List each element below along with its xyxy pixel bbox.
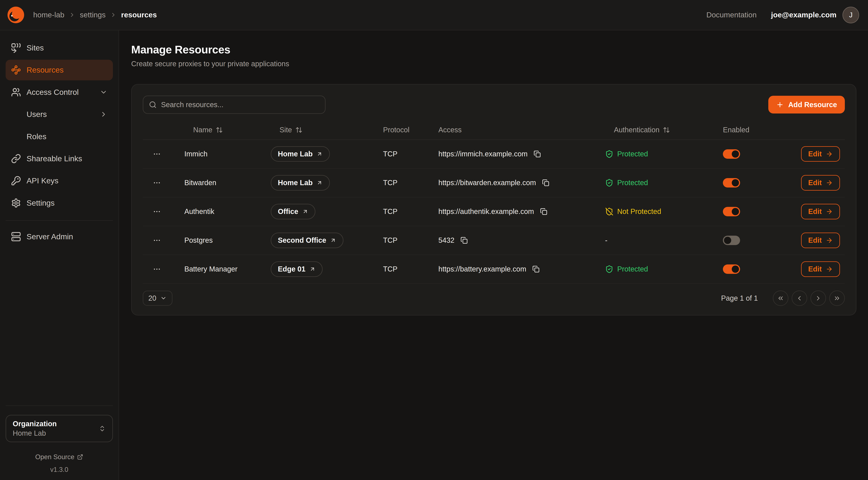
column-label: Authentication xyxy=(614,126,659,134)
enabled-toggle[interactable] xyxy=(723,178,740,187)
table-row: Postgres Second Office TCP 5432 - Edit xyxy=(143,226,845,255)
copy-icon xyxy=(461,237,468,244)
enabled-toggle[interactable] xyxy=(723,207,740,216)
top-bar: home-lab settings resources Documentatio… xyxy=(0,0,868,30)
table-row: Bitwarden Home Lab TCP https://bitwarden… xyxy=(143,169,845,198)
table-row: Immich Home Lab TCP https://immich.examp… xyxy=(143,140,845,169)
enabled-toggle[interactable] xyxy=(723,236,740,245)
open-source-link[interactable]: Open Source xyxy=(6,453,113,461)
sort-icon xyxy=(216,126,223,133)
sidebar-item-shareable-links[interactable]: Shareable Links xyxy=(6,148,113,169)
edit-button[interactable]: Edit xyxy=(801,175,840,190)
copy-button[interactable] xyxy=(531,264,541,274)
resource-protocol: TCP xyxy=(370,236,425,244)
resource-access-url: https://battery.example.com xyxy=(438,265,526,273)
sidebar-item-api-keys[interactable]: API Keys xyxy=(6,171,113,191)
next-page-button[interactable] xyxy=(810,291,826,306)
enabled-toggle[interactable] xyxy=(723,264,740,274)
edit-label: Edit xyxy=(808,179,822,187)
sidebar-item-sites[interactable]: Sites xyxy=(6,38,113,58)
resource-access-url: https://immich.example.com xyxy=(438,150,528,158)
sidebar-item-users[interactable]: Users xyxy=(6,104,113,124)
ellipsis-icon xyxy=(153,265,161,273)
copy-button[interactable] xyxy=(459,236,469,245)
sidebar-item-server-admin[interactable]: Server Admin xyxy=(6,227,113,247)
row-actions-menu-button[interactable] xyxy=(151,234,163,247)
previous-page-button[interactable] xyxy=(792,291,807,306)
first-page-button[interactable] xyxy=(773,291,788,306)
ellipsis-icon xyxy=(153,207,161,216)
search-input[interactable] xyxy=(161,101,319,109)
sidebar-item-settings[interactable]: Settings xyxy=(6,193,113,213)
documentation-link[interactable]: Documentation xyxy=(706,11,757,19)
resource-name: Authentik xyxy=(171,207,257,216)
row-actions-menu-button[interactable] xyxy=(151,177,163,189)
resource-name: Bitwarden xyxy=(171,179,257,187)
edit-button[interactable]: Edit xyxy=(801,146,840,162)
row-actions-menu-button[interactable] xyxy=(151,263,163,275)
copy-button[interactable] xyxy=(541,178,551,187)
sidebar-item-label: API Keys xyxy=(27,176,58,185)
avatar[interactable]: J xyxy=(842,7,859,23)
column-header-name[interactable]: Name xyxy=(171,126,257,134)
row-actions-menu-button[interactable] xyxy=(151,148,163,160)
org-selector-value: Home Lab xyxy=(13,429,98,437)
add-resource-button[interactable]: Add Resource xyxy=(768,96,845,114)
breadcrumb-org[interactable]: home-lab xyxy=(33,11,64,19)
sort-icon xyxy=(295,126,303,133)
ellipsis-icon xyxy=(153,236,161,244)
sidebar-item-label: Resources xyxy=(27,65,64,74)
last-page-button[interactable] xyxy=(829,291,845,306)
edit-label: Edit xyxy=(808,265,822,273)
copy-button[interactable] xyxy=(539,207,549,216)
enabled-toggle[interactable] xyxy=(723,149,740,159)
arrow-right-icon xyxy=(826,150,833,158)
auth-cell: - xyxy=(600,236,710,244)
site-link-badge[interactable]: Office xyxy=(271,204,315,219)
sidebar-item-resources[interactable]: Resources xyxy=(6,60,113,80)
edit-button[interactable]: Edit xyxy=(801,261,840,277)
column-header-authentication[interactable]: Authentication xyxy=(600,126,710,134)
copy-icon xyxy=(532,266,539,273)
arrow-right-icon xyxy=(826,179,833,186)
copy-icon xyxy=(534,150,541,158)
sort-icon xyxy=(663,126,670,133)
sidebar-item-roles[interactable]: Roles xyxy=(6,126,113,147)
column-header-enabled: Enabled xyxy=(710,126,788,134)
ellipsis-icon xyxy=(153,179,161,187)
breadcrumb: home-lab settings resources xyxy=(33,11,157,19)
column-label: Access xyxy=(438,126,462,134)
gear-icon xyxy=(11,198,21,208)
sidebar-item-label: Sites xyxy=(27,43,44,52)
breadcrumb-settings[interactable]: settings xyxy=(80,11,105,19)
site-link-badge[interactable]: Edge 01 xyxy=(271,261,322,277)
arrow-up-right-icon xyxy=(316,180,322,186)
site-link-badge[interactable]: Home Lab xyxy=(271,146,330,162)
site-link-badge[interactable]: Second Office xyxy=(271,233,343,248)
sidebar-item-label: Access Control xyxy=(27,88,79,97)
sidebar-footer: Organization Home Lab Open Source v1.3.0 xyxy=(6,406,113,474)
auth-status-label: Protected xyxy=(617,150,648,158)
sidebar-item-label: Shareable Links xyxy=(27,154,82,163)
arrow-right-icon xyxy=(826,208,833,215)
site-name: Office xyxy=(278,207,299,216)
sidebar-item-label: Server Admin xyxy=(27,232,73,241)
row-actions-menu-button[interactable] xyxy=(151,205,163,218)
edit-button[interactable]: Edit xyxy=(801,204,840,219)
column-header-site[interactable]: Site xyxy=(257,126,370,134)
sidebar-item-access-control[interactable]: Access Control xyxy=(6,82,113,102)
sidebar: Sites Resources Access Control Users Rol… xyxy=(0,30,119,480)
page-size-select[interactable]: 20 xyxy=(143,291,172,306)
column-label: Enabled xyxy=(723,126,749,134)
table-row: Authentik Office TCP https://authentik.e… xyxy=(143,198,845,226)
copy-button[interactable] xyxy=(532,149,542,159)
pangolin-logo-icon[interactable] xyxy=(7,6,24,24)
edit-label: Edit xyxy=(808,236,822,244)
user-email[interactable]: joe@example.com xyxy=(771,11,837,19)
site-link-badge[interactable]: Home Lab xyxy=(271,175,330,190)
chevron-down-icon xyxy=(100,88,107,96)
page-size-value: 20 xyxy=(148,294,156,302)
edit-button[interactable]: Edit xyxy=(801,233,840,248)
org-selector[interactable]: Organization Home Lab xyxy=(6,415,113,442)
table-row: Battery Manager Edge 01 TCP https://batt… xyxy=(143,255,845,284)
